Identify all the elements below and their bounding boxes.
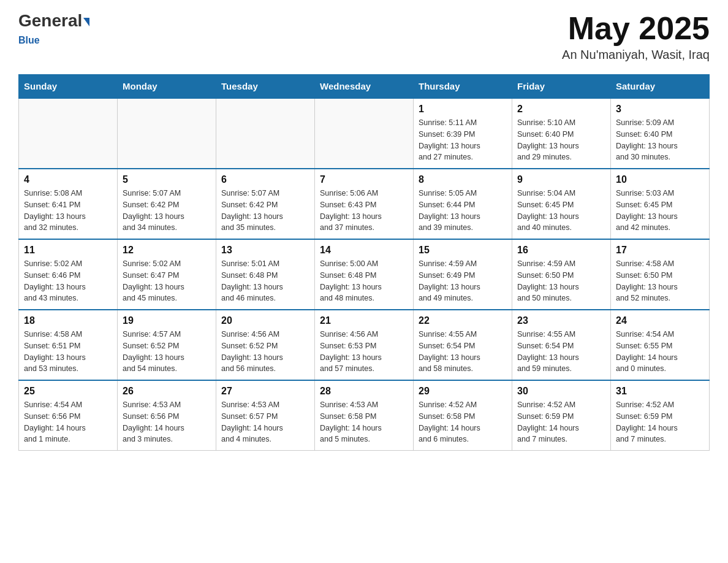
weekday-header-sunday: Sunday	[19, 75, 118, 99]
calendar-cell: 8Sunrise: 5:05 AMSunset: 6:44 PMDaylight…	[414, 169, 512, 239]
calendar-cell: 5Sunrise: 5:07 AMSunset: 6:42 PMDaylight…	[118, 169, 216, 239]
calendar-cell: 15Sunrise: 4:59 AMSunset: 6:49 PMDayligh…	[414, 239, 512, 310]
day-info: Sunrise: 4:55 AMSunset: 6:54 PMDaylight:…	[517, 329, 605, 375]
calendar-cell: 31Sunrise: 4:52 AMSunset: 6:59 PMDayligh…	[611, 380, 710, 451]
day-info: Sunrise: 4:59 AMSunset: 6:50 PMDaylight:…	[517, 258, 605, 304]
logo: General Blue	[18, 12, 89, 47]
day-number: 16	[517, 245, 605, 256]
page-header: General Blue May 2025 An Nu'maniyah, Was…	[18, 12, 710, 62]
day-info: Sunrise: 5:06 AMSunset: 6:43 PMDaylight:…	[320, 188, 408, 234]
calendar-cell: 6Sunrise: 5:07 AMSunset: 6:42 PMDaylight…	[216, 169, 315, 239]
day-info: Sunrise: 4:55 AMSunset: 6:54 PMDaylight:…	[419, 329, 507, 375]
calendar-cell: 9Sunrise: 5:04 AMSunset: 6:45 PMDaylight…	[512, 169, 611, 239]
calendar-cell: 22Sunrise: 4:55 AMSunset: 6:54 PMDayligh…	[414, 310, 512, 380]
day-info: Sunrise: 4:56 AMSunset: 6:53 PMDaylight:…	[320, 329, 408, 375]
day-number: 25	[24, 386, 112, 397]
calendar-cell: 7Sunrise: 5:06 AMSunset: 6:43 PMDaylight…	[315, 169, 414, 239]
title-area: May 2025 An Nu'maniyah, Wasit, Iraq	[562, 12, 710, 62]
day-number: 15	[419, 245, 507, 256]
day-info: Sunrise: 5:01 AMSunset: 6:48 PMDaylight:…	[221, 258, 309, 304]
day-info: Sunrise: 4:53 AMSunset: 6:56 PMDaylight:…	[123, 399, 211, 445]
day-info: Sunrise: 5:08 AMSunset: 6:41 PMDaylight:…	[24, 188, 112, 234]
weekday-header-wednesday: Wednesday	[315, 75, 414, 99]
day-number: 26	[123, 386, 211, 397]
day-number: 3	[616, 104, 704, 115]
day-info: Sunrise: 4:52 AMSunset: 6:59 PMDaylight:…	[517, 399, 605, 445]
calendar-cell: 16Sunrise: 4:59 AMSunset: 6:50 PMDayligh…	[512, 239, 611, 310]
day-number: 22	[419, 315, 507, 326]
day-number: 20	[221, 315, 309, 326]
day-info: Sunrise: 5:07 AMSunset: 6:42 PMDaylight:…	[221, 188, 309, 234]
weekday-header-friday: Friday	[512, 75, 611, 99]
day-number: 11	[24, 245, 112, 256]
calendar-cell: 19Sunrise: 4:57 AMSunset: 6:52 PMDayligh…	[118, 310, 216, 380]
calendar-cell: 1Sunrise: 5:11 AMSunset: 6:39 PMDaylight…	[414, 98, 512, 169]
logo-triangle-icon	[83, 18, 89, 26]
day-info: Sunrise: 5:05 AMSunset: 6:44 PMDaylight:…	[419, 188, 507, 234]
day-info: Sunrise: 5:07 AMSunset: 6:42 PMDaylight:…	[123, 188, 211, 234]
calendar-cell: 3Sunrise: 5:09 AMSunset: 6:40 PMDaylight…	[611, 98, 710, 169]
day-number: 31	[616, 386, 704, 397]
day-number: 7	[320, 174, 408, 185]
day-info: Sunrise: 4:58 AMSunset: 6:51 PMDaylight:…	[24, 329, 112, 375]
calendar-cell: 26Sunrise: 4:53 AMSunset: 6:56 PMDayligh…	[118, 380, 216, 451]
calendar-cell: 13Sunrise: 5:01 AMSunset: 6:48 PMDayligh…	[216, 239, 315, 310]
weekday-header-thursday: Thursday	[414, 75, 512, 99]
day-info: Sunrise: 4:53 AMSunset: 6:57 PMDaylight:…	[221, 399, 309, 445]
day-info: Sunrise: 4:52 AMSunset: 6:59 PMDaylight:…	[616, 399, 704, 445]
calendar-cell: 18Sunrise: 4:58 AMSunset: 6:51 PMDayligh…	[19, 310, 118, 380]
location-title: An Nu'maniyah, Wasit, Iraq	[562, 48, 710, 62]
calendar-cell: 29Sunrise: 4:52 AMSunset: 6:58 PMDayligh…	[414, 380, 512, 451]
day-info: Sunrise: 5:00 AMSunset: 6:48 PMDaylight:…	[320, 258, 408, 304]
day-info: Sunrise: 4:54 AMSunset: 6:55 PMDaylight:…	[616, 329, 704, 375]
day-number: 12	[123, 245, 211, 256]
day-number: 13	[221, 245, 309, 256]
day-info: Sunrise: 5:04 AMSunset: 6:45 PMDaylight:…	[517, 188, 605, 234]
day-info: Sunrise: 5:10 AMSunset: 6:40 PMDaylight:…	[517, 117, 605, 163]
day-info: Sunrise: 5:11 AMSunset: 6:39 PMDaylight:…	[419, 117, 507, 163]
day-number: 23	[517, 315, 605, 326]
calendar-week-row: 25Sunrise: 4:54 AMSunset: 6:56 PMDayligh…	[19, 380, 710, 451]
calendar-cell: 11Sunrise: 5:02 AMSunset: 6:46 PMDayligh…	[19, 239, 118, 310]
calendar-cell: 25Sunrise: 4:54 AMSunset: 6:56 PMDayligh…	[19, 380, 118, 451]
calendar-cell: 30Sunrise: 4:52 AMSunset: 6:59 PMDayligh…	[512, 380, 611, 451]
calendar-cell: 24Sunrise: 4:54 AMSunset: 6:55 PMDayligh…	[611, 310, 710, 380]
day-info: Sunrise: 4:57 AMSunset: 6:52 PMDaylight:…	[123, 329, 211, 375]
calendar-cell: 4Sunrise: 5:08 AMSunset: 6:41 PMDaylight…	[19, 169, 118, 239]
weekday-header-saturday: Saturday	[611, 75, 710, 99]
day-number: 29	[419, 386, 507, 397]
day-number: 2	[517, 104, 605, 115]
calendar-table: SundayMondayTuesdayWednesdayThursdayFrid…	[18, 74, 710, 451]
calendar-week-row: 1Sunrise: 5:11 AMSunset: 6:39 PMDaylight…	[19, 98, 710, 169]
day-info: Sunrise: 5:09 AMSunset: 6:40 PMDaylight:…	[616, 117, 704, 163]
day-info: Sunrise: 5:02 AMSunset: 6:46 PMDaylight:…	[24, 258, 112, 304]
day-info: Sunrise: 4:54 AMSunset: 6:56 PMDaylight:…	[24, 399, 112, 445]
day-info: Sunrise: 5:03 AMSunset: 6:45 PMDaylight:…	[616, 188, 704, 234]
weekday-header-tuesday: Tuesday	[216, 75, 315, 99]
day-number: 27	[221, 386, 309, 397]
weekday-header-row: SundayMondayTuesdayWednesdayThursdayFrid…	[19, 75, 710, 99]
calendar-week-row: 11Sunrise: 5:02 AMSunset: 6:46 PMDayligh…	[19, 239, 710, 310]
calendar-week-row: 4Sunrise: 5:08 AMSunset: 6:41 PMDaylight…	[19, 169, 710, 239]
calendar-week-row: 18Sunrise: 4:58 AMSunset: 6:51 PMDayligh…	[19, 310, 710, 380]
day-number: 6	[221, 174, 309, 185]
calendar-cell	[19, 98, 118, 169]
day-number: 9	[517, 174, 605, 185]
day-number: 14	[320, 245, 408, 256]
day-info: Sunrise: 4:58 AMSunset: 6:50 PMDaylight:…	[616, 258, 704, 304]
calendar-cell	[315, 98, 414, 169]
day-number: 5	[123, 174, 211, 185]
month-year-title: May 2025	[562, 12, 710, 44]
day-info: Sunrise: 5:02 AMSunset: 6:47 PMDaylight:…	[123, 258, 211, 304]
day-info: Sunrise: 4:53 AMSunset: 6:58 PMDaylight:…	[320, 399, 408, 445]
logo-blue: Blue	[18, 35, 40, 45]
day-number: 18	[24, 315, 112, 326]
day-number: 17	[616, 245, 704, 256]
day-number: 19	[123, 315, 211, 326]
day-number: 30	[517, 386, 605, 397]
calendar-cell: 17Sunrise: 4:58 AMSunset: 6:50 PMDayligh…	[611, 239, 710, 310]
calendar-cell: 2Sunrise: 5:10 AMSunset: 6:40 PMDaylight…	[512, 98, 611, 169]
day-number: 21	[320, 315, 408, 326]
weekday-header-monday: Monday	[118, 75, 216, 99]
day-number: 8	[419, 174, 507, 185]
